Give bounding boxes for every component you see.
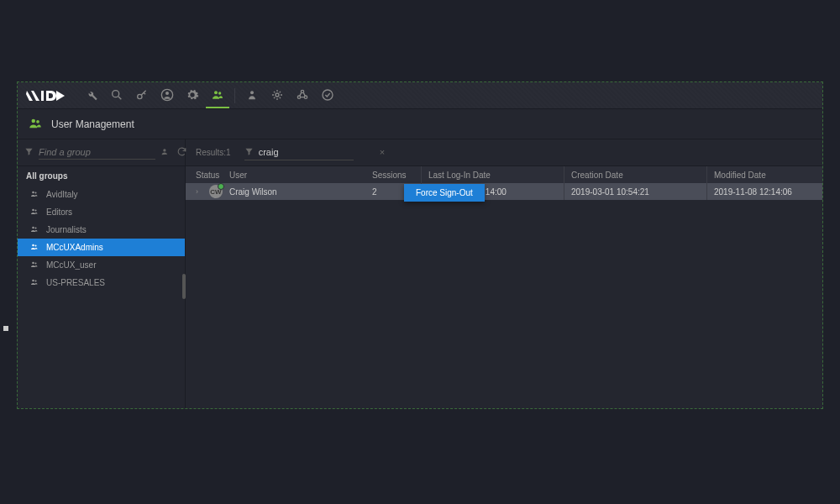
filter-icon (244, 147, 254, 158)
col-status[interactable]: Status (196, 171, 229, 180)
svg-point-4 (165, 92, 169, 95)
sidebar-group-item[interactable]: MCcUX_user (18, 256, 185, 274)
checkmark-circle-icon[interactable] (316, 83, 339, 108)
all-groups-label[interactable]: All groups (18, 166, 185, 186)
svg-point-13 (32, 118, 36, 123)
sidebar-group-item[interactable]: AvidItaly (18, 186, 185, 203)
users-icon (28, 116, 43, 133)
svg-point-23 (35, 244, 37, 246)
cell-user: Craig Wilson (229, 187, 372, 197)
sidebar-group-item[interactable]: US-PRESALES (18, 274, 185, 291)
separator (234, 88, 235, 103)
table-header: Status User Sessions Last Log-In Date Cr… (186, 166, 822, 183)
col-modified[interactable]: Modified Date (706, 166, 822, 183)
clear-search-icon[interactable]: × (380, 147, 385, 157)
results-count: Results:1 (196, 148, 231, 157)
group-label: MCcUXAdmins (46, 243, 103, 252)
group-icon (29, 260, 39, 271)
avatar: CW (209, 185, 223, 198)
svg-point-25 (35, 262, 37, 264)
main: All groups AvidItalyEditorsJournalistsMC… (18, 139, 822, 408)
group-search-row (18, 139, 185, 166)
search-icon[interactable] (105, 83, 129, 108)
svg-point-2 (138, 94, 142, 98)
sparkle-icon[interactable] (265, 83, 289, 108)
wrench-icon[interactable] (80, 83, 103, 108)
group-search-input[interactable] (39, 145, 155, 160)
content: Results:1 × Status User Sessions Last Lo… (186, 139, 822, 408)
sidebar: All groups AvidItalyEditorsJournalistsMC… (18, 139, 186, 408)
col-created[interactable]: Creation Date (564, 166, 706, 183)
svg-point-27 (35, 280, 37, 281)
svg-point-20 (32, 226, 34, 228)
svg-point-7 (250, 91, 254, 94)
key-icon[interactable] (130, 83, 154, 108)
group-label: MCcUX_user (46, 260, 96, 270)
svg-point-26 (32, 279, 34, 281)
svg-point-24 (32, 261, 34, 264)
svg-point-22 (32, 244, 34, 246)
person-icon[interactable] (240, 83, 264, 108)
avid-logo (24, 89, 68, 102)
svg-rect-0 (41, 91, 44, 101)
page-title: User Management (51, 118, 134, 130)
svg-point-17 (35, 192, 37, 193)
group-label: US-PRESALES (46, 278, 105, 287)
page-titlebar: User Management (18, 109, 822, 139)
svg-point-5 (214, 91, 218, 94)
group-icon (29, 189, 39, 201)
chevron-right-icon[interactable]: › (196, 187, 204, 196)
svg-point-15 (163, 149, 165, 151)
svg-point-21 (35, 227, 37, 228)
filter-icon (24, 147, 34, 158)
user-search: × (244, 145, 354, 160)
add-group-icon[interactable] (160, 146, 171, 159)
svg-point-19 (35, 209, 37, 211)
svg-point-9 (301, 90, 303, 92)
sidebar-group-item[interactable]: Journalists (18, 221, 185, 239)
content-toolbar: Results:1 × (186, 139, 822, 166)
svg-point-12 (323, 90, 333, 100)
gear-icon[interactable] (181, 83, 204, 108)
svg-point-6 (218, 92, 221, 94)
svg-point-18 (32, 208, 34, 211)
table-row[interactable]: ›CWCraig Wilson22020-06-10 10:14:002019-… (186, 183, 822, 200)
marker (3, 326, 8, 331)
group-label: AvidItaly (46, 190, 78, 199)
svg-point-1 (113, 90, 119, 97)
group-label: Editors (46, 207, 72, 217)
nodes-icon[interactable] (291, 83, 314, 108)
col-login[interactable]: Last Log-In Date (421, 166, 564, 183)
users-icon[interactable] (206, 83, 229, 108)
group-icon (29, 242, 39, 254)
sidebar-group-item[interactable]: Editors (18, 203, 185, 221)
col-sessions[interactable]: Sessions (372, 171, 421, 180)
group-icon (29, 207, 39, 218)
resize-handle[interactable] (182, 274, 186, 299)
group-icon (29, 277, 39, 289)
user-circle-icon[interactable] (155, 83, 179, 108)
svg-point-8 (276, 93, 279, 97)
user-search-input[interactable] (259, 147, 375, 157)
col-user[interactable]: User (229, 171, 372, 180)
svg-point-16 (32, 191, 34, 193)
context-menu-force-signout[interactable]: Force Sign-Out (404, 184, 485, 202)
topbar (18, 82, 822, 109)
svg-point-14 (36, 119, 39, 123)
cell-created: 2019-03-01 10:54:21 (564, 183, 706, 200)
cell-modified: 2019-11-08 12:14:06 (706, 183, 822, 200)
group-label: Journalists (46, 225, 87, 234)
group-icon (29, 224, 39, 236)
app-window: User Management All groups AvidItalyEdit… (17, 81, 823, 409)
sidebar-group-item[interactable]: MCcUXAdmins (18, 239, 185, 256)
